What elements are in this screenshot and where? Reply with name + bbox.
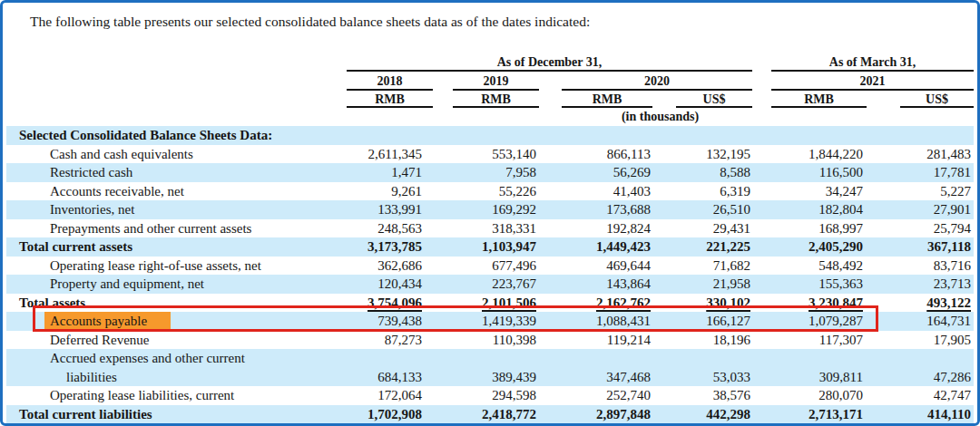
value-cell: 6,319 — [652, 182, 752, 201]
section-header: Selected Consolidated Balance Sheets Dat… — [6, 126, 347, 145]
row-deferred-revenue: Deferred Revenue 87,273 110,398 119,214 … — [6, 331, 974, 350]
row-accounts-payable: Accounts payable 739,438 1,419,339 1,088… — [6, 312, 974, 331]
value-cell: 23,713 — [867, 275, 974, 294]
row-label: Cash and cash equivalents — [6, 145, 347, 164]
row-operating-lease-liabilities-current: Operating lease liabilities, current 172… — [6, 386, 974, 405]
value-cell: 2,713,171 — [771, 405, 867, 424]
row-label: Accounts receivable, net — [6, 182, 347, 201]
value-cell: 71,682 — [652, 257, 752, 276]
value-cell: 47,286 — [867, 368, 974, 387]
row-label: Prepayments and other current assets — [6, 219, 347, 238]
value-cell: 18,196 — [652, 331, 752, 350]
row-prepayments-and-other-current-assets: Prepayments and other current assets 248… — [6, 219, 974, 238]
header-currencies: RMB RMB RMB US$ RMB US$ — [6, 92, 974, 108]
value-cell: 25,794 — [867, 219, 974, 238]
value-cell: 309,811 — [771, 368, 867, 387]
value-cell: 3,754,096 — [347, 294, 433, 313]
value-cell: 2,418,772 — [453, 405, 539, 424]
value-cell: 2,897,848 — [562, 405, 652, 424]
value-cell: 347,468 — [562, 368, 652, 387]
value-cell: 221,225 — [652, 237, 752, 257]
row-label: Total current assets — [6, 237, 347, 257]
header-units: (in thousands) — [6, 110, 974, 124]
row-label: Accounts payable — [6, 312, 347, 331]
value-cell: 169,292 — [453, 200, 539, 219]
value-cell: 9,261 — [347, 182, 433, 201]
value-cell: 110,398 — [453, 331, 539, 350]
row-label: Restricted cash — [6, 163, 347, 182]
row-accrued-expenses-and-other-current-liabilities: Accrued expenses and other current liabi… — [6, 349, 974, 386]
row-label: Deferred Revenue — [6, 331, 347, 350]
value-cell: 7,958 — [453, 163, 539, 182]
value-cell: 3,173,785 — [347, 237, 433, 257]
row-total-current-assets: Total current assets 3,173,785 1,103,947… — [6, 237, 974, 257]
value-cell: 87,273 — [347, 331, 433, 350]
value-cell: 56,269 — [562, 163, 652, 182]
row-label: Accrued expenses and other current liabi… — [6, 349, 347, 386]
value-cell: 1,844,220 — [771, 145, 867, 164]
year-header-2021: 2021 — [771, 73, 974, 91]
value-cell: 166,127 — [652, 312, 752, 331]
header-date-groups: As of December 31, As of March 31, — [6, 54, 974, 72]
value-cell: 318,331 — [453, 219, 539, 238]
currency-header-2021-usd: US$ — [900, 92, 974, 108]
value-cell: 53,033 — [652, 368, 752, 387]
value-cell: 367,118 — [867, 237, 974, 257]
year-header-2020: 2020 — [562, 73, 752, 91]
highlighted-cell-accounts-payable: Accounts payable — [44, 312, 171, 331]
currency-header-2020-rmb: RMB — [562, 92, 652, 108]
value-cell: 684,133 — [347, 368, 433, 387]
value-cell: 38,576 — [652, 386, 752, 405]
value-cell: 164,731 — [867, 312, 974, 331]
value-cell: 1,471 — [347, 163, 433, 182]
value-cell: 553,140 — [453, 145, 539, 164]
col-group-label-dec31: As of December 31, — [347, 54, 752, 72]
value-cell: 1,103,947 — [453, 237, 539, 257]
value-cell: 1,449,423 — [562, 237, 652, 257]
row-cash-and-cash-equivalents: Cash and cash equivalents 2,611,345 553,… — [6, 145, 974, 164]
currency-header-2018-rmb: RMB — [347, 92, 433, 108]
row-restricted-cash: Restricted cash 1,471 7,958 56,269 8,588… — [6, 163, 974, 182]
value-cell: 1,419,339 — [453, 312, 539, 331]
value-cell: 17,905 — [867, 331, 974, 350]
value-cell: 192,824 — [562, 219, 652, 238]
intro-text: The following table presents our selecte… — [3, 3, 977, 31]
row-label: Total assets — [6, 294, 347, 313]
value-cell: 41,403 — [562, 182, 652, 201]
row-label: Operating lease liabilities, current — [6, 386, 347, 405]
value-cell: 120,434 — [347, 275, 433, 294]
value-cell: 182,804 — [771, 200, 867, 219]
value-cell: 414,110 — [867, 405, 974, 424]
value-cell: 362,686 — [347, 257, 433, 276]
value-cell: 2,162,762 — [562, 294, 652, 313]
row-accounts-receivable-net: Accounts receivable, net 9,261 55,226 41… — [6, 182, 974, 201]
year-header-2018: 2018 — [347, 73, 433, 91]
value-cell: 143,864 — [562, 275, 652, 294]
value-cell: 389,439 — [453, 368, 539, 387]
row-label: Property and equipment, net — [6, 275, 347, 294]
value-cell: 294,598 — [453, 386, 539, 405]
value-cell: 3,230,847 — [771, 294, 867, 313]
value-cell: 117,307 — [771, 331, 867, 350]
value-cell: 21,958 — [652, 275, 752, 294]
row-label: Operating lease right-of-use assets, net — [6, 257, 347, 276]
value-cell: 17,781 — [867, 163, 974, 182]
value-cell: 168,997 — [771, 219, 867, 238]
value-cell: 677,496 — [453, 257, 539, 276]
balance-sheet-table: As of December 31, As of March 31, 2018 … — [6, 54, 974, 423]
value-cell: 55,226 — [453, 182, 539, 201]
value-cell: 469,644 — [562, 257, 652, 276]
header-years: 2018 2019 2020 2021 — [6, 73, 974, 91]
value-cell: 132,195 — [652, 145, 752, 164]
row-total-current-liabilities: Total current liabilities 1,702,908 2,41… — [6, 405, 974, 424]
value-cell: 866,113 — [562, 145, 652, 164]
row-label: Total current liabilities — [6, 405, 347, 424]
value-cell: 330,102 — [652, 294, 752, 313]
value-cell: 173,688 — [562, 200, 652, 219]
row-property-and-equipment-net: Property and equipment, net 120,434 223,… — [6, 275, 974, 294]
value-cell: 248,563 — [347, 219, 433, 238]
value-cell: 42,747 — [867, 386, 974, 405]
value-cell: 8,588 — [652, 163, 752, 182]
value-cell: 172,064 — [347, 386, 433, 405]
value-cell: 2,101,506 — [453, 294, 539, 313]
